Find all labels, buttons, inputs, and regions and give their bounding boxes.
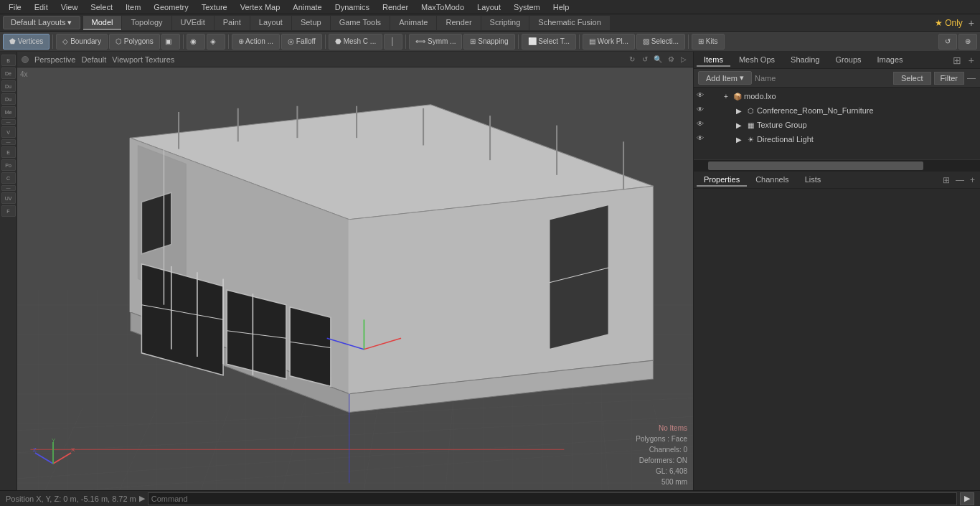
sidebar-icon-5[interactable]: — [1, 139, 16, 145]
command-run-button[interactable]: ▶ [960, 492, 974, 505]
tab-topology[interactable]: Topology [122, 16, 171, 30]
menu-geometry[interactable]: Geometry [148, 1, 194, 13]
reset-btn[interactable]: ↺ [938, 34, 957, 50]
sidebar-icon-3[interactable]: Du [1, 93, 16, 105]
tab-scripting[interactable]: Scripting [481, 16, 529, 30]
menu-file[interactable]: File [3, 1, 27, 13]
menu-render[interactable]: Render [377, 1, 414, 13]
tab-shading[interactable]: Shading [783, 54, 826, 67]
vp-ctrl-play[interactable]: ▷ [679, 55, 689, 65]
tab-animate[interactable]: Animate [390, 16, 436, 30]
tab-channels[interactable]: Channels [748, 174, 796, 187]
sidebar-icon-uv[interactable]: UV [1, 192, 16, 204]
tab-properties[interactable]: Properties [697, 174, 747, 187]
tab-images[interactable]: Images [870, 54, 910, 67]
tab-model[interactable]: Model [83, 16, 122, 30]
tab-lists[interactable]: Lists [798, 174, 829, 187]
tab-render[interactable]: Render [437, 16, 480, 30]
menu-maxtomodo[interactable]: MaxToModo [415, 1, 470, 13]
sidebar-icon-f[interactable]: F [1, 205, 16, 217]
props-plus-ctrl[interactable]: + [968, 175, 977, 185]
tab-game-tools[interactable]: Game Tools [331, 16, 390, 30]
viewport-area[interactable]: Perspective Default Viewport Textures ↻ … [17, 52, 693, 490]
tree-arrow-texture-group: ▶ [734, 120, 744, 130]
tree-row-conference[interactable]: 👁 ▶ ⬡ Conference_Room_No_Furniture [694, 103, 980, 118]
menu-animate[interactable]: Animate [287, 1, 327, 13]
snapping-tool[interactable]: ⊞ Snapping [463, 34, 514, 50]
tab-groups[interactable]: Groups [828, 54, 868, 67]
sidebar-icon-v[interactable]: V [1, 126, 16, 138]
menu-select[interactable]: Select [85, 1, 118, 13]
sep8 [688, 34, 689, 49]
menu-view[interactable]: View [55, 1, 84, 13]
menu-item[interactable]: Item [120, 1, 146, 13]
tab-items[interactable]: Items [697, 54, 730, 67]
tab-uvedit[interactable]: UVEdit [172, 16, 214, 30]
items-tab-plus[interactable]: + [966, 55, 977, 66]
svg-marker-32 [550, 205, 609, 349]
star-button[interactable]: ★ Only [935, 18, 963, 28]
props-expand-ctrl[interactable]: ⊞ [941, 175, 952, 185]
items-more-button[interactable]: — [967, 73, 976, 83]
work-pl-tool[interactable]: ▤ Work Pl... [583, 34, 635, 50]
sidebar-icon-4[interactable]: — [1, 119, 16, 125]
tab-paint[interactable]: Paint [215, 16, 250, 30]
menu-layout[interactable]: Layout [471, 1, 507, 13]
vp-ctrl-zoom[interactable]: 🔍 [653, 55, 663, 65]
vp-ctrl-settings[interactable]: ⚙ [666, 55, 676, 65]
command-input[interactable] [148, 492, 957, 505]
action-tool[interactable]: ⊕ Action ... [232, 34, 280, 50]
menu-vertex-map[interactable]: Vertex Map [235, 1, 286, 13]
icon-tool-1[interactable]: ▣ [161, 34, 180, 50]
select-t-tool[interactable]: ⬜ Select T... [522, 34, 577, 50]
sidebar-icon-1[interactable]: B [1, 55, 16, 66]
kits-tool[interactable]: ⊞ Kits [692, 34, 724, 50]
polygons-tool[interactable]: ⬡ Polygons [109, 34, 160, 50]
eye-icon-conference[interactable]: 👁 [697, 106, 707, 116]
eye-icon-texture-group[interactable]: 👁 [697, 120, 707, 130]
sidebar-icon-mesh[interactable]: Me [1, 106, 16, 118]
items-select-button[interactable]: Select [893, 72, 931, 85]
sidebar-icon-c[interactable]: C [1, 172, 16, 184]
sidebar-icon-6[interactable]: — [1, 185, 16, 191]
tab-layout[interactable]: Layout [250, 16, 291, 30]
sidebar-icon-pol[interactable]: Po [1, 159, 16, 171]
icon-tool-4[interactable]: │ [384, 34, 402, 50]
sidebar-icon-dup[interactable]: Du [1, 80, 16, 92]
viewport-canvas[interactable]: 4x No Items Polygons : Face Channels: 0 … [17, 67, 693, 490]
mesh-c-tool[interactable]: ⬣ Mesh C ... [329, 34, 382, 50]
menu-system[interactable]: System [508, 1, 546, 13]
expand-btn[interactable]: ⊕ [958, 34, 977, 50]
add-item-button[interactable]: Add Item ▾ [698, 71, 752, 85]
menu-help[interactable]: Help [547, 1, 575, 13]
eye-icon-root[interactable]: 👁 [697, 91, 707, 101]
tree-row-texture-group[interactable]: 👁 ▶ ▦ Texture Group [694, 118, 980, 132]
sidebar-icon-e[interactable]: E [1, 146, 16, 158]
vp-ctrl-reset[interactable]: ↺ [640, 55, 650, 65]
boundary-tool[interactable]: ◇ Boundary [56, 34, 108, 50]
sidebar-icon-2[interactable]: De [1, 67, 16, 79]
tab-mesh-ops[interactable]: Mesh Ops [732, 54, 782, 67]
icon-tool-2[interactable]: ◉ [187, 34, 205, 50]
add-layout-button[interactable]: + [966, 17, 977, 29]
tab-setup[interactable]: Setup [292, 16, 330, 30]
icon-tool-3[interactable]: ◈ [207, 34, 225, 50]
tree-row-root[interactable]: 👁 + 📦 modo.lxo [694, 89, 980, 103]
layout-dropdown[interactable]: Default Layouts ▾ [3, 16, 80, 29]
vp-ctrl-rotate[interactable]: ↻ [627, 55, 637, 65]
items-tree-scrollbar[interactable] [694, 159, 980, 171]
menu-dynamics[interactable]: Dynamics [329, 1, 375, 13]
menu-texture[interactable]: Texture [196, 1, 233, 13]
eye-icon-dir-light[interactable]: 👁 [697, 134, 707, 144]
symm-tool[interactable]: ⟺ Symm ... [409, 34, 462, 50]
items-tab-expand[interactable]: ⊞ [950, 55, 964, 66]
selecti-tool[interactable]: ▧ Selecti... [636, 34, 685, 50]
scroll-thumb[interactable] [708, 161, 923, 170]
tab-schematic-fusion[interactable]: Schematic Fusion [529, 16, 609, 30]
vertices-tool[interactable]: ⬟ Vertices [3, 34, 50, 50]
items-filter-button[interactable]: Filter [934, 72, 964, 85]
falloff-tool[interactable]: ◎ Falloff [281, 34, 322, 50]
props-more-ctrl[interactable]: — [953, 175, 966, 185]
tree-row-dir-light[interactable]: 👁 ▶ ☀ Directional Light [694, 132, 980, 146]
menu-edit[interactable]: Edit [29, 1, 54, 13]
